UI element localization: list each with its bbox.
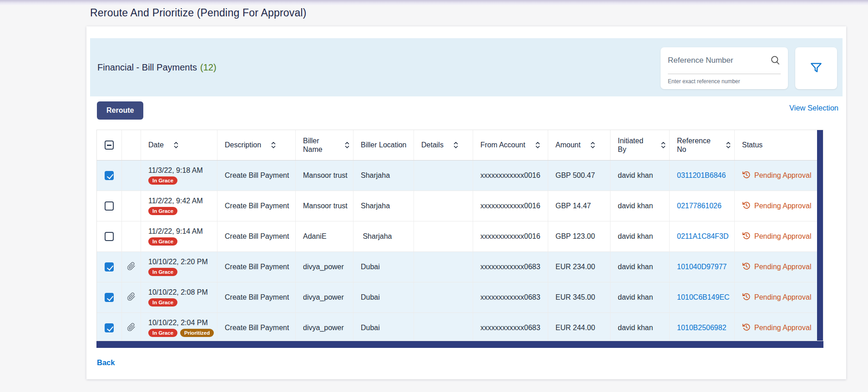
sort-icon[interactable] — [726, 141, 731, 149]
column-header-reference-no[interactable]: Reference No — [670, 130, 735, 160]
badge-group: In Grace — [148, 237, 177, 246]
sort-icon[interactable] — [661, 141, 666, 149]
reference-link[interactable]: 1010C6B149EC — [677, 293, 730, 302]
initiated-by-cell: david khan — [611, 191, 670, 221]
amount-cell: GBP 14.47 — [548, 191, 611, 221]
sort-icon[interactable] — [590, 141, 595, 149]
column-header-biller-location[interactable]: Biller Location — [353, 130, 414, 160]
column-label: Status — [742, 141, 762, 149]
row-select-cell — [97, 282, 122, 312]
initiated-by-cell: david khan — [611, 252, 670, 282]
initiated-by-cell: david khan — [611, 161, 670, 191]
row-checkbox[interactable] — [105, 232, 114, 241]
biller-location-cell: Sharjaha — [353, 191, 414, 221]
page-title: Reroute And Prioritize (Pending For Appr… — [90, 7, 307, 19]
row-select-cell — [97, 161, 122, 191]
pending-clock-icon — [742, 231, 751, 242]
from-account-cell: xxxxxxxxxxxx0683 — [473, 313, 548, 341]
column-header-initiated-by[interactable]: Initiated By — [611, 130, 670, 160]
date-cell: 11/2/22, 9:14 AMIn Grace — [141, 221, 217, 251]
column-label: Reference No — [677, 136, 716, 154]
reference-no-cell: 1010C6B149EC — [670, 282, 735, 312]
sort-icon[interactable] — [271, 141, 276, 149]
initiated-by-cell: david khan — [611, 221, 670, 251]
column-label: Biller Name — [303, 136, 335, 154]
from-account-cell: xxxxxxxxxxxx0016 — [473, 191, 548, 221]
pending-clock-icon — [742, 292, 751, 303]
amount-cell: EUR 345.00 — [548, 282, 611, 312]
row-checkbox[interactable] — [105, 262, 114, 271]
row-checkbox[interactable] — [105, 323, 114, 332]
column-header-from-account[interactable]: From Account — [473, 130, 548, 160]
details-cell — [414, 313, 473, 341]
status-text: Pending Approval — [754, 263, 811, 271]
reference-link[interactable]: 1010B2506982 — [677, 324, 727, 332]
reference-search-box: Enter exact reference number — [661, 47, 788, 89]
search-icon[interactable] — [770, 55, 782, 66]
column-header-description[interactable]: Description — [217, 130, 296, 160]
details-cell — [414, 221, 473, 251]
back-link[interactable]: Back — [97, 358, 115, 367]
details-cell — [414, 191, 473, 221]
initiated-by-cell: david khan — [611, 313, 670, 341]
reference-link[interactable]: 101040D97977 — [677, 263, 727, 271]
view-selection-link[interactable]: View Selection — [789, 104, 838, 112]
table-body: 11/3/22, 9:18 AMIn GraceCreate Bill Paym… — [97, 161, 823, 341]
select-all-cell — [97, 130, 122, 160]
date-cell: 11/2/22, 9:42 AMIn Grace — [141, 191, 217, 221]
date-text: 11/3/22, 9:18 AM — [148, 166, 203, 175]
paperclip-icon — [127, 292, 136, 303]
sort-icon[interactable] — [535, 141, 540, 149]
reroute-button[interactable]: Reroute — [97, 101, 143, 120]
column-header-biller-name[interactable]: Biller Name — [296, 130, 353, 160]
description-cell: Create Bill Payment — [217, 282, 296, 312]
search-helper-text: Enter exact reference number — [668, 78, 740, 85]
date-cell: 10/10/22, 2:08 PMIn Grace — [141, 282, 217, 312]
reference-link[interactable]: 02177861026 — [677, 202, 722, 210]
status-cell: Pending Approval — [735, 191, 818, 221]
select-all-checkbox[interactable] — [105, 141, 114, 150]
reference-link[interactable]: 0211A1C84F3D — [677, 232, 729, 241]
sort-icon[interactable] — [345, 141, 349, 149]
row-checkbox[interactable] — [105, 201, 114, 211]
from-account-cell: xxxxxxxxxxxx0683 — [473, 252, 548, 282]
badge-group: In Grace — [148, 207, 177, 215]
reference-link[interactable]: 0311201B6846 — [677, 171, 726, 180]
description-cell: Create Bill Payment — [217, 161, 296, 191]
from-account-cell: xxxxxxxxxxxx0016 — [473, 221, 548, 251]
search-underline — [668, 74, 781, 74]
amount-cell: GBP 500.47 — [548, 161, 611, 191]
reference-no-cell: 101040D97977 — [670, 252, 735, 282]
sort-icon[interactable] — [454, 141, 458, 149]
attachment-cell — [122, 161, 141, 191]
attachment-cell — [122, 282, 141, 312]
reference-no-cell: 0211A1C84F3D — [670, 221, 735, 251]
sort-icon[interactable] — [174, 141, 178, 149]
payments-table: DateDescriptionBiller NameBiller Locatio… — [96, 130, 823, 341]
column-header-date[interactable]: Date — [141, 130, 217, 160]
column-label: Amount — [555, 141, 580, 149]
biller-name-cell: divya_power — [296, 313, 353, 341]
attachment-cell — [122, 252, 141, 282]
pending-clock-icon — [742, 262, 751, 272]
horizontal-scrollbar[interactable] — [96, 341, 823, 348]
column-label: From Account — [480, 141, 525, 149]
row-select-cell — [97, 221, 122, 251]
date-text: 10/10/22, 2:20 PM — [148, 258, 208, 266]
panel-heading: Financial - Bill Payments (12) — [97, 38, 217, 96]
table-row: 11/3/22, 9:18 AMIn GraceCreate Bill Paym… — [97, 161, 818, 191]
row-checkbox[interactable] — [105, 171, 114, 180]
vertical-scrollbar[interactable] — [817, 130, 823, 341]
column-label: Details — [421, 141, 444, 149]
details-cell — [414, 282, 473, 312]
date-cell: 11/3/22, 9:18 AMIn Grace — [141, 161, 217, 191]
column-header-amount[interactable]: Amount — [548, 130, 611, 160]
biller-name-cell: Mansoor trust — [296, 161, 353, 191]
column-header-details[interactable]: Details — [414, 130, 473, 160]
row-checkbox[interactable] — [105, 293, 114, 302]
reference-number-input[interactable] — [668, 54, 759, 67]
biller-location-cell: Dubai — [353, 252, 414, 282]
filter-button[interactable] — [795, 47, 837, 89]
description-cell: Create Bill Payment — [217, 313, 296, 341]
attachment-cell — [122, 191, 141, 221]
